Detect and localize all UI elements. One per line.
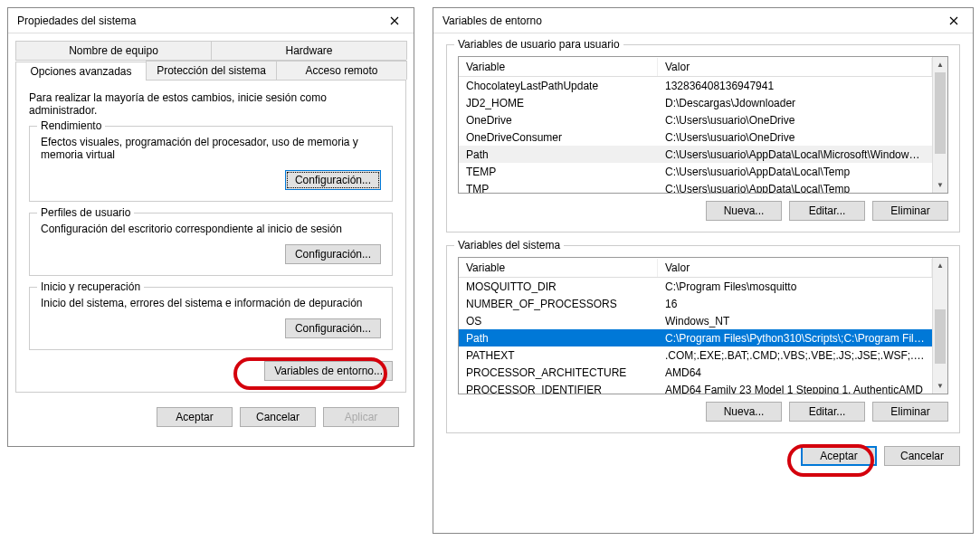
table-row[interactable]: PROCESSOR_ARCHITECTUREAMD64 bbox=[459, 364, 932, 381]
table-row[interactable]: TMPC:\Users\usuario\AppData\Local\Temp bbox=[459, 180, 932, 193]
cell-value: C:\Program Files\Python310\Scripts\;C:\P… bbox=[658, 331, 932, 346]
sys-new-button[interactable]: Nueva... bbox=[706, 402, 782, 422]
profiles-group: Perfiles de usuario Configuración del es… bbox=[29, 213, 393, 276]
startup-desc: Inicio del sistema, errores del sistema … bbox=[41, 297, 381, 309]
cell-variable: JD2_HOME bbox=[459, 96, 658, 110]
cell-variable: TEMP bbox=[459, 165, 658, 179]
cell-variable: OneDriveConsumer bbox=[459, 130, 658, 145]
performance-legend: Rendimiento bbox=[37, 119, 105, 132]
startup-group: Inicio y recuperación Inicio del sistema… bbox=[29, 287, 393, 350]
sys-vars-group: Variables del sistema Variable Valor MOS… bbox=[446, 245, 960, 433]
table-row[interactable]: ChocolateyLastPathUpdate1328364081369479… bbox=[459, 77, 932, 94]
cell-value: .COM;.EXE;.BAT;.CMD;.VBS;.VBE;.JS;.JSE;.… bbox=[658, 348, 932, 363]
cell-variable: Path bbox=[459, 331, 658, 346]
env-vars-button[interactable]: Variables de entorno... bbox=[264, 361, 393, 381]
sysprops-ok-button[interactable]: Aceptar bbox=[157, 407, 233, 427]
sys-vars-list[interactable]: Variable Valor MOSQUITTO_DIRC:\Program F… bbox=[458, 257, 948, 394]
env-title: Variables de entorno bbox=[442, 14, 542, 27]
profiles-config-button[interactable]: Configuración... bbox=[285, 244, 381, 264]
sysprops-close-button[interactable] bbox=[376, 8, 414, 33]
hdr-variable[interactable]: Variable bbox=[459, 259, 658, 277]
scroll-up-icon[interactable]: ▲ bbox=[933, 258, 947, 273]
table-row[interactable]: OneDriveConsumerC:\Users\usuario\OneDriv… bbox=[459, 128, 932, 146]
close-icon bbox=[390, 16, 399, 25]
advanced-tab-body: Para realizar la mayoría de estos cambio… bbox=[15, 81, 406, 393]
sys-scrollbar[interactable]: ▲ ▼ bbox=[932, 258, 947, 394]
table-row[interactable]: PathC:\Users\usuario\AppData\Local\Micro… bbox=[459, 146, 932, 163]
cell-value: 16 bbox=[658, 297, 932, 311]
cell-variable: Path bbox=[459, 147, 658, 162]
cell-value: C:\Users\usuario\OneDrive bbox=[658, 130, 932, 145]
cell-value: C:\Program Files\mosquitto bbox=[658, 280, 932, 294]
tab-remote[interactable]: Acceso remoto bbox=[276, 61, 407, 80]
cell-value: C:\Users\usuario\OneDrive bbox=[658, 113, 932, 128]
user-new-button[interactable]: Nueva... bbox=[706, 201, 782, 221]
table-row[interactable]: PROCESSOR_IDENTIFIERAMD64 Family 23 Mode… bbox=[459, 381, 932, 394]
profiles-legend: Perfiles de usuario bbox=[37, 206, 134, 219]
table-row[interactable]: JD2_HOMED:\Descargas\Jdownloader bbox=[459, 94, 932, 111]
scroll-down-icon[interactable]: ▼ bbox=[933, 378, 947, 394]
startup-legend: Inicio y recuperación bbox=[37, 280, 144, 293]
user-vars-group: Variables de usuario para usuario Variab… bbox=[446, 44, 960, 233]
user-delete-button[interactable]: Eliminar bbox=[872, 201, 948, 221]
startup-config-button[interactable]: Configuración... bbox=[285, 318, 381, 338]
cell-variable: ChocolateyLastPathUpdate bbox=[459, 79, 658, 93]
user-scrollbar[interactable]: ▲ ▼ bbox=[932, 57, 947, 193]
hdr-variable[interactable]: Variable bbox=[459, 58, 658, 76]
env-close-button[interactable] bbox=[935, 8, 973, 33]
scroll-up-icon[interactable]: ▲ bbox=[933, 57, 947, 72]
sysprops-footer: Aceptar Cancelar Aplicar bbox=[8, 400, 414, 440]
performance-group: Rendimiento Efectos visuales, programaci… bbox=[29, 126, 393, 202]
cell-variable: PROCESSOR_IDENTIFIER bbox=[459, 383, 658, 394]
tab-hardware[interactable]: Hardware bbox=[211, 41, 407, 60]
tab-system-protection[interactable]: Protección del sistema bbox=[146, 61, 277, 80]
cell-variable: MOSQUITTO_DIR bbox=[459, 280, 658, 294]
hdr-value[interactable]: Valor bbox=[658, 58, 932, 76]
sysprops-dialog: Propiedades del sistema Nombre de equipo… bbox=[7, 7, 414, 447]
scroll-down-icon[interactable]: ▼ bbox=[933, 177, 947, 193]
env-ok-button[interactable]: Aceptar bbox=[801, 446, 877, 466]
performance-config-button[interactable]: Configuración... bbox=[285, 170, 381, 190]
env-cancel-button[interactable]: Cancelar bbox=[884, 446, 960, 466]
sys-edit-button[interactable]: Editar... bbox=[789, 402, 865, 422]
sysprops-cancel-button[interactable]: Cancelar bbox=[240, 407, 316, 427]
cell-variable: OneDrive bbox=[459, 113, 658, 128]
cell-value: C:\Users\usuario\AppData\Local\Temp bbox=[658, 165, 932, 179]
tab-advanced[interactable]: Opciones avanzadas bbox=[15, 62, 147, 81]
env-titlebar: Variables de entorno bbox=[433, 8, 973, 33]
user-vars-list[interactable]: Variable Valor ChocolateyLastPathUpdate1… bbox=[458, 56, 948, 194]
cell-variable: PROCESSOR_ARCHITECTURE bbox=[459, 365, 658, 380]
cell-variable: PATHEXT bbox=[459, 348, 658, 363]
user-vars-legend: Variables de usuario para usuario bbox=[454, 38, 623, 51]
cell-variable: OS bbox=[459, 314, 658, 328]
env-dialog: Variables de entorno Variables de usuari… bbox=[433, 7, 974, 534]
sys-delete-button[interactable]: Eliminar bbox=[872, 402, 948, 422]
sysprops-tabs: Nombre de equipo Hardware Opciones avanz… bbox=[15, 41, 406, 81]
cell-value: C:\Users\usuario\AppData\Local\Temp bbox=[658, 182, 932, 194]
tab-computer-name[interactable]: Nombre de equipo bbox=[15, 41, 212, 60]
hdr-value[interactable]: Valor bbox=[658, 259, 932, 277]
table-row[interactable]: OSWindows_NT bbox=[459, 312, 932, 329]
sysprops-titlebar: Propiedades del sistema bbox=[8, 8, 414, 33]
sysprops-apply-button: Aplicar bbox=[323, 407, 399, 427]
cell-variable: NUMBER_OF_PROCESSORS bbox=[459, 297, 658, 311]
cell-value: 132836408136947941 bbox=[658, 79, 932, 93]
table-row[interactable]: NUMBER_OF_PROCESSORS16 bbox=[459, 295, 932, 312]
admin-note: Para realizar la mayoría de estos cambio… bbox=[29, 91, 393, 117]
user-list-header: Variable Valor bbox=[459, 57, 932, 77]
sysprops-title: Propiedades del sistema bbox=[17, 14, 136, 27]
sys-list-header: Variable Valor bbox=[459, 258, 932, 278]
table-row[interactable]: TEMPC:\Users\usuario\AppData\Local\Temp bbox=[459, 163, 932, 180]
env-content: Variables de usuario para usuario Variab… bbox=[433, 33, 973, 477]
table-row[interactable]: MOSQUITTO_DIRC:\Program Files\mosquitto bbox=[459, 278, 932, 295]
table-row[interactable]: PathC:\Program Files\Python310\Scripts\;… bbox=[459, 329, 932, 346]
cell-value: D:\Descargas\Jdownloader bbox=[658, 96, 932, 110]
cell-value: C:\Users\usuario\AppData\Local\Microsoft… bbox=[658, 147, 932, 162]
close-icon bbox=[949, 16, 958, 25]
table-row[interactable]: OneDriveC:\Users\usuario\OneDrive bbox=[459, 111, 932, 128]
sys-vars-legend: Variables del sistema bbox=[454, 239, 564, 252]
cell-value: AMD64 Family 23 Model 1 Stepping 1, Auth… bbox=[658, 383, 932, 394]
table-row[interactable]: PATHEXT.COM;.EXE;.BAT;.CMD;.VBS;.VBE;.JS… bbox=[459, 346, 932, 364]
profiles-desc: Configuración del escritorio correspondi… bbox=[41, 223, 381, 235]
user-edit-button[interactable]: Editar... bbox=[789, 201, 865, 221]
